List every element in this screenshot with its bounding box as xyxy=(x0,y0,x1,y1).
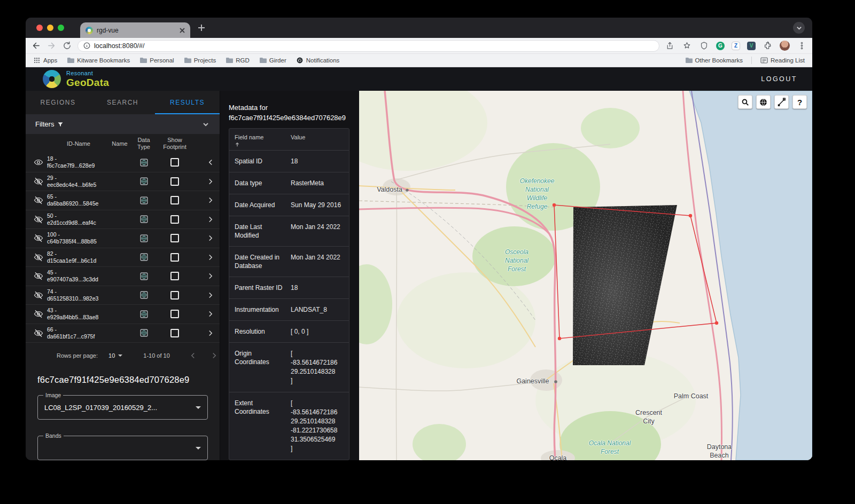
other-bookmarks[interactable]: Other Bookmarks xyxy=(685,57,743,64)
tab-results[interactable]: RESULTS xyxy=(155,91,220,114)
metadata-col-field[interactable]: Field name xyxy=(235,134,291,147)
show-footprint-checkbox[interactable] xyxy=(170,253,179,262)
visibility-eye-off-icon[interactable] xyxy=(30,177,47,186)
browser-menu-button[interactable] xyxy=(797,41,807,51)
col-show-footprint[interactable]: Show Footprint xyxy=(158,137,191,151)
bookmark-apps[interactable]: Apps xyxy=(33,57,57,64)
new-tab-button[interactable] xyxy=(196,22,207,34)
bands-select[interactable]: Bands xyxy=(37,436,208,460)
reading-list[interactable]: Reading List xyxy=(760,57,805,64)
visibility-eye-icon[interactable] xyxy=(30,158,47,167)
back-button[interactable] xyxy=(31,41,41,51)
tab-search-button[interactable] xyxy=(793,22,805,34)
page-info-icon[interactable] xyxy=(83,42,90,49)
app-logo[interactable]: Resonant GeoData xyxy=(43,70,109,88)
col-id-name[interactable]: ID-Name xyxy=(47,140,110,147)
logout-button[interactable]: LOGOUT xyxy=(761,75,797,83)
map-viewport[interactable]: Valdosta Okefenokee National Wildlife Re… xyxy=(359,91,812,460)
visibility-eye-off-icon[interactable] xyxy=(30,233,47,243)
map-globe-button[interactable] xyxy=(756,95,771,109)
zotero-extension-icon[interactable]: Z xyxy=(732,42,740,50)
table-row[interactable]: 66 -da661bf1c7...c975f xyxy=(26,324,220,343)
show-footprint-checkbox[interactable] xyxy=(170,329,179,337)
vue-devtools-extension-icon[interactable]: V xyxy=(747,42,756,50)
bookmark-folder-personal[interactable]: Personal xyxy=(139,57,174,64)
bookmark-folder-girder[interactable]: Girder xyxy=(259,57,286,64)
address-bar[interactable]: localhost:8080/#/ xyxy=(77,40,659,52)
chevron-left-icon[interactable] xyxy=(206,158,215,167)
chevron-right-icon[interactable] xyxy=(206,253,215,262)
bookmark-folder-kitware[interactable]: Kitware Bookmarks xyxy=(67,57,130,64)
browser-tab[interactable]: rgd-vue xyxy=(80,22,190,38)
show-footprint-checkbox[interactable] xyxy=(170,291,179,300)
sort-asc-icon[interactable] xyxy=(235,142,240,147)
forward-button[interactable] xyxy=(46,41,57,51)
show-footprint-checkbox[interactable] xyxy=(170,310,179,318)
chevron-right-icon[interactable] xyxy=(206,290,215,300)
col-data-type[interactable]: Data Type xyxy=(129,137,158,151)
next-page-button[interactable] xyxy=(209,351,219,360)
table-row[interactable]: 29 -eec8edc4e4...b6fe5 xyxy=(26,172,220,192)
map-help-button[interactable]: ? xyxy=(792,95,807,109)
tab-search[interactable]: SEARCH xyxy=(90,91,155,114)
visibility-eye-off-icon[interactable] xyxy=(30,290,47,300)
visibility-eye-off-icon[interactable] xyxy=(30,215,47,224)
chevron-right-icon[interactable] xyxy=(206,271,215,281)
profile-avatar[interactable] xyxy=(780,41,790,51)
close-window-button[interactable] xyxy=(36,25,43,31)
show-footprint-checkbox[interactable] xyxy=(170,272,179,280)
chevron-right-icon[interactable] xyxy=(206,328,215,338)
show-footprint-checkbox[interactable] xyxy=(170,177,179,186)
table-row[interactable]: 43 -e929a84bb5...83ae8 xyxy=(26,305,220,324)
chevron-down-icon[interactable] xyxy=(201,120,210,129)
show-footprint-checkbox[interactable] xyxy=(170,158,179,167)
previous-page-button[interactable] xyxy=(188,351,198,360)
table-row[interactable]: 82 -d15caa1e9f...b6c1d xyxy=(26,248,220,267)
table-row[interactable]: 50 -e2d1ccd9d8...eaf4c xyxy=(26,210,220,230)
bookmark-folder-rgd[interactable]: RGD xyxy=(226,57,250,64)
star-icon xyxy=(682,41,691,50)
map-swipe-tool-button[interactable] xyxy=(774,95,789,109)
bookmark-folder-projects[interactable]: Projects xyxy=(184,57,216,64)
chevron-right-icon[interactable] xyxy=(206,309,215,319)
chevron-right-icon[interactable] xyxy=(206,195,215,205)
chevron-right-icon[interactable] xyxy=(206,215,215,224)
metadata-col-value[interactable]: Value xyxy=(291,134,344,147)
minimize-window-button[interactable] xyxy=(47,25,53,31)
map-search-button[interactable] xyxy=(738,95,752,109)
show-footprint-checkbox[interactable] xyxy=(170,215,179,224)
chevron-right-icon[interactable] xyxy=(206,233,215,243)
visibility-eye-off-icon[interactable] xyxy=(30,309,47,319)
visibility-eye-off-icon[interactable] xyxy=(30,328,47,338)
visibility-eye-off-icon[interactable] xyxy=(30,195,47,205)
filters-header[interactable]: Filters xyxy=(26,114,220,134)
pagination-range: 1-10 of 10 xyxy=(143,352,170,359)
tab-close-icon[interactable] xyxy=(178,27,186,34)
col-name[interactable]: Name xyxy=(110,140,129,147)
row-id: 43 -e929a84bb5...83ae8 xyxy=(47,307,110,321)
extension-shield-button[interactable] xyxy=(699,41,709,51)
tab-regions[interactable]: REGIONS xyxy=(26,91,90,114)
bookmark-button[interactable] xyxy=(682,41,692,51)
share-button[interactable] xyxy=(665,41,675,51)
extensions-menu-button[interactable] xyxy=(763,41,773,51)
rows-per-page-select[interactable]: 10 xyxy=(108,352,123,359)
show-footprint-checkbox[interactable] xyxy=(170,234,179,242)
visibility-eye-off-icon[interactable] xyxy=(30,253,47,262)
caret-down-icon xyxy=(196,406,201,409)
grammarly-extension-icon[interactable]: G xyxy=(716,42,725,50)
zoom-window-button[interactable] xyxy=(58,25,64,31)
reload-button[interactable] xyxy=(62,41,72,51)
row-id: 50 -e2d1ccd9d8...eaf4c xyxy=(47,212,110,226)
chevron-right-icon[interactable] xyxy=(206,177,215,186)
table-row[interactable]: 45 -e907407a39...3c3dd xyxy=(26,267,220,286)
visibility-eye-off-icon[interactable] xyxy=(30,271,47,281)
table-row[interactable]: 74 -d651258310...982e3 xyxy=(26,286,220,305)
show-footprint-checkbox[interactable] xyxy=(170,196,179,204)
raster-image-overlay[interactable] xyxy=(573,205,677,365)
image-select[interactable]: Image LC08_L2SP_017039_20160529_2... xyxy=(37,395,208,420)
table-row[interactable]: 65 -da6ba86920...5845e xyxy=(26,191,220,210)
table-row[interactable]: 18 -f6c7cae7f9...628e9 xyxy=(26,153,220,172)
table-row[interactable]: 100 -c64b7385f4...88b85 xyxy=(26,229,220,248)
bookmark-notifications[interactable]: Notifications xyxy=(296,57,340,64)
